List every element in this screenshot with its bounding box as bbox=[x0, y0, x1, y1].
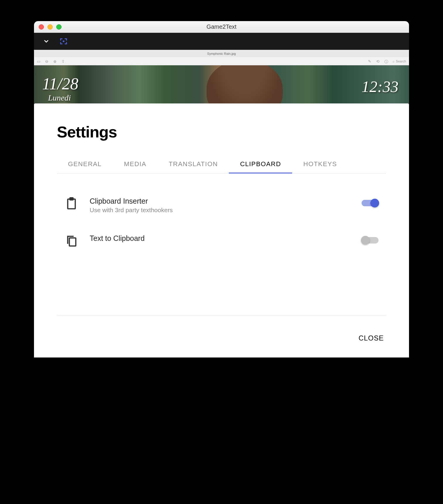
toggle-knob bbox=[361, 236, 370, 245]
clipboard-icon bbox=[64, 197, 79, 211]
game-screenshot: 11/28 Lunedi 12:33 bbox=[34, 65, 409, 103]
svg-rect-2 bbox=[70, 198, 73, 200]
svg-point-0 bbox=[63, 41, 64, 42]
tab-translation[interactable]: TRANSLATION bbox=[158, 155, 229, 173]
text-to-clipboard-toggle[interactable] bbox=[362, 237, 379, 244]
setting-text-to-clipboard: Text to Clipboard bbox=[57, 228, 386, 254]
chevron-down-icon bbox=[43, 38, 50, 45]
preview-titlebar: Symphonic Rain.jpg bbox=[34, 50, 409, 57]
share-icon[interactable]: ⇧ bbox=[62, 59, 66, 63]
game-time-overlay: 12:33 bbox=[362, 78, 398, 96]
sidebar-icon[interactable]: ▭ bbox=[37, 59, 41, 63]
capture-region-icon bbox=[59, 37, 68, 46]
zoom-out-icon[interactable]: ⊖ bbox=[45, 59, 49, 63]
game-day-overlay: Lunedi bbox=[48, 93, 71, 103]
tab-hotkeys[interactable]: HOTKEYS bbox=[292, 155, 348, 173]
svg-rect-1 bbox=[68, 199, 75, 209]
app-toolbar bbox=[34, 33, 409, 50]
game-date-overlay: 11/28 bbox=[42, 76, 78, 91]
clipboard-inserter-toggle[interactable] bbox=[362, 200, 379, 206]
capture-button[interactable] bbox=[59, 36, 69, 46]
preview-filename: Symphonic Rain.jpg bbox=[207, 52, 236, 55]
setting-clipboard-inserter: Clipboard Inserter Use with 3rd party te… bbox=[57, 191, 386, 219]
search-icon: ⌕ bbox=[393, 59, 395, 63]
titlebar: Game2Text bbox=[34, 21, 409, 33]
toggle-knob bbox=[370, 199, 379, 207]
svg-rect-3 bbox=[69, 238, 76, 246]
black-area bbox=[34, 357, 409, 481]
settings-tabs: GENERAL MEDIA TRANSLATION CLIPBOARD HOTK… bbox=[57, 155, 386, 173]
markup-icon[interactable]: ⓘ bbox=[384, 59, 389, 63]
preview-search[interactable]: ⌕ Search bbox=[393, 59, 406, 63]
settings-modal: Settings GENERAL MEDIA TRANSLATION CLIPB… bbox=[34, 103, 409, 357]
close-button[interactable]: CLOSE bbox=[356, 331, 386, 346]
modal-footer: CLOSE bbox=[57, 316, 386, 346]
dropdown-button[interactable] bbox=[43, 38, 50, 45]
setting-label: Text to Clipboard bbox=[90, 234, 350, 243]
copy-icon bbox=[64, 234, 79, 248]
window-title: Game2Text bbox=[34, 23, 409, 30]
search-placeholder: Search bbox=[396, 59, 406, 63]
setting-label: Clipboard Inserter bbox=[90, 197, 350, 205]
preview-toolbar: ▭ ⊖ ⊕ ⇧ ✎ ⟲ ⓘ ⌕ Search bbox=[34, 57, 409, 65]
rotate-icon[interactable]: ⟲ bbox=[376, 59, 380, 63]
app-window: Game2Text Symphonic Rain.jpg ▭ ⊖ ⊕ ⇧ bbox=[34, 21, 409, 481]
modal-title: Settings bbox=[57, 123, 386, 141]
tab-media[interactable]: MEDIA bbox=[113, 155, 158, 173]
settings-body: Clipboard Inserter Use with 3rd party te… bbox=[57, 173, 386, 316]
edit-icon[interactable]: ✎ bbox=[368, 59, 372, 63]
tab-general[interactable]: GENERAL bbox=[57, 155, 113, 173]
zoom-in-icon[interactable]: ⊕ bbox=[53, 59, 57, 63]
setting-sublabel: Use with 3rd party texthookers bbox=[90, 207, 350, 214]
tab-clipboard[interactable]: CLIPBOARD bbox=[229, 155, 292, 173]
